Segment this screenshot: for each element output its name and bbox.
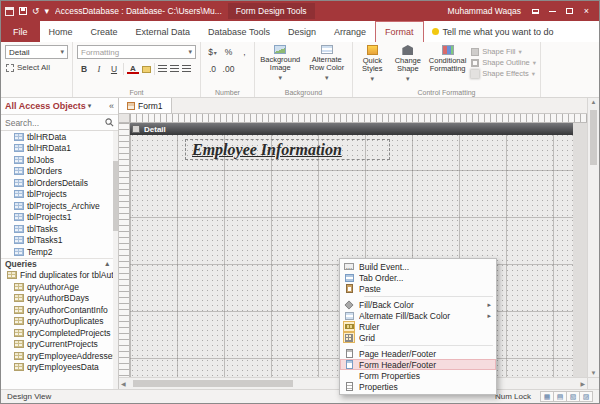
tab-home[interactable]: Home <box>40 21 82 42</box>
nav-item-table[interactable]: tblProjects_Archive <box>1 200 113 212</box>
currency-format-button[interactable]: $▾ <box>206 46 219 58</box>
form-selector-corner[interactable] <box>119 114 130 123</box>
nav-scrollbar[interactable] <box>113 131 118 389</box>
minimize-button[interactable] <box>544 3 561 19</box>
vertical-scrollbar[interactable]: ▲ ▼ <box>587 98 599 377</box>
nav-item-table[interactable]: tblProjects <box>1 189 113 201</box>
section-selector-combo[interactable]: Detail ▾ <box>5 45 68 59</box>
nav-item-query[interactable]: qryCurrentProjects <box>1 339 113 351</box>
shutter-bar-close-icon[interactable]: « <box>109 101 114 111</box>
align-center-button[interactable] <box>170 65 179 73</box>
form-view-button[interactable]: ▦ <box>540 391 554 402</box>
bold-button[interactable]: B <box>78 63 90 75</box>
close-button[interactable]: × <box>578 3 595 19</box>
align-left-button[interactable] <box>158 65 167 73</box>
decrease-decimals-button[interactable]: .0 <box>206 63 219 75</box>
nav-item-table[interactable]: tblTasks1 <box>1 235 113 247</box>
font-color-button[interactable]: A <box>127 64 139 74</box>
tell-me-box[interactable]: Tell me what you want to do <box>424 21 562 42</box>
menu-item-ruler[interactable]: Ruler <box>340 321 496 332</box>
shape-outline-button[interactable]: Shape Outline ▾ <box>471 58 536 67</box>
design-view-button[interactable]: ▨ <box>579 391 593 402</box>
shape-effects-button[interactable]: Shape Effects ▾ <box>471 69 536 78</box>
nav-item-query[interactable]: qryEmployeesData <box>1 362 113 374</box>
vertical-ruler[interactable] <box>119 123 130 377</box>
nav-item-table[interactable]: tblOrdersDetails <box>1 177 113 189</box>
document-tab-form1[interactable]: Form1 <box>119 98 172 113</box>
detail-section-bar[interactable]: Detail <box>130 123 573 135</box>
background-image-button[interactable]: Background Image ▾ <box>259 45 302 86</box>
nav-item-query[interactable]: qryAuthorAge <box>1 281 113 293</box>
nav-item-query[interactable]: qryCompletedProjects <box>1 327 113 339</box>
form-title-label-control[interactable]: Employee Information <box>185 139 390 160</box>
italic-button[interactable]: I <box>93 63 105 75</box>
nav-item-table[interactable]: tblJobs <box>1 154 113 166</box>
layout-view-button[interactable]: ▧ <box>566 391 580 402</box>
access-app-icon[interactable] <box>5 7 14 16</box>
search-input[interactable] <box>5 118 103 128</box>
tab-arrange[interactable]: Arrange <box>325 21 375 42</box>
menu-item-form-header-footer[interactable]: Form Header/Footer <box>340 359 496 370</box>
nav-item-query[interactable]: Find duplicates for tblAuthors <box>1 270 113 282</box>
nav-item-table[interactable]: tblOrders <box>1 166 113 178</box>
menu-item-tab-order[interactable]: Tab Order... <box>340 272 496 283</box>
alternate-row-color-button[interactable]: Alternate Row Color ▾ <box>306 45 349 86</box>
increase-decimals-button[interactable]: .00 <box>222 63 235 75</box>
nav-item-table[interactable]: tblHRData <box>1 131 113 143</box>
nav-item-query[interactable]: qryAuthorContantInfo <box>1 304 113 316</box>
align-right-button[interactable] <box>182 65 191 73</box>
ribbon-display-options-button[interactable] <box>527 3 544 19</box>
scroll-up-icon[interactable]: ▲ <box>591 99 597 105</box>
formatting-combo[interactable]: Formatting ▾ <box>77 45 196 59</box>
maximize-button[interactable] <box>561 3 578 19</box>
conditional-formatting-button[interactable]: Conditional Formatting <box>428 45 467 86</box>
scroll-down-icon[interactable]: ▼ <box>591 370 597 376</box>
horizontal-ruler[interactable] <box>130 114 587 123</box>
nav-section-queries[interactable]: Queries ▴ <box>1 258 113 270</box>
nav-item-query[interactable]: qryAuthorDuplicates <box>1 316 113 328</box>
scroll-right-icon[interactable]: ▶ <box>580 380 585 387</box>
nav-item-table[interactable]: tblTasks <box>1 223 113 235</box>
percent-format-button[interactable]: % <box>222 46 235 58</box>
nav-item-table[interactable]: Temp2 <box>1 246 113 258</box>
menu-item-properties[interactable]: Properties <box>340 381 496 392</box>
tab-file[interactable]: File <box>1 21 40 42</box>
menu-item-grid[interactable]: Grid <box>340 332 496 343</box>
section-selector-icon[interactable] <box>132 125 140 133</box>
tab-external-data[interactable]: External Data <box>127 21 200 42</box>
underline-button[interactable]: U <box>108 63 120 75</box>
navigation-pane: All Access Objects ▾ « tblHRData tblHRDa… <box>1 98 119 389</box>
nav-scrollbar-thumb[interactable] <box>113 161 118 231</box>
tab-design[interactable]: Design <box>279 21 325 42</box>
menu-item-form-properties[interactable]: Form Properties <box>340 370 496 381</box>
menu-item-build-event[interactable]: … Build Event... <box>340 261 496 272</box>
datasheet-view-button[interactable]: ▤ <box>553 391 567 402</box>
vertical-scroll-thumb[interactable] <box>590 110 597 165</box>
fill-color-button[interactable] <box>142 66 151 73</box>
scroll-left-icon[interactable]: ◀ <box>121 380 126 387</box>
table-icon <box>14 179 24 187</box>
tab-format[interactable]: Format <box>375 21 424 42</box>
change-shape-button[interactable]: Change Shape ▾ <box>392 45 424 86</box>
menu-item-fill-back-color[interactable]: Fill/Back Color ▸ <box>340 299 496 310</box>
menu-item-page-header-footer[interactable]: Page Header/Footer <box>340 348 496 359</box>
quick-styles-button[interactable]: Quick Styles ▾ <box>357 45 388 86</box>
horizontal-scroll-thumb[interactable] <box>133 380 293 387</box>
nav-item-query[interactable]: qryEmployeeAddresses <box>1 350 113 362</box>
save-icon[interactable] <box>19 7 27 15</box>
comma-format-button[interactable]: , <box>238 46 251 58</box>
nav-item-table[interactable]: tblHRData1 <box>1 143 113 155</box>
menu-item-paste[interactable]: Paste <box>340 283 496 294</box>
tab-create[interactable]: Create <box>82 21 127 42</box>
qat-dropdown-icon[interactable]: ▾ <box>45 7 50 16</box>
nav-pane-header[interactable]: All Access Objects ▾ « <box>1 98 118 115</box>
shape-fill-button[interactable]: Shape Fill ▾ <box>471 47 536 56</box>
table-icon <box>14 213 24 221</box>
undo-icon[interactable]: ↺ <box>32 7 40 16</box>
tab-database-tools[interactable]: Database Tools <box>199 21 279 42</box>
nav-item-table[interactable]: tblProjects1 <box>1 212 113 224</box>
menu-item-alternate-fill-back-color[interactable]: Alternate Fill/Back Color ▸ <box>340 310 496 321</box>
select-all-button[interactable]: Select All <box>5 62 68 73</box>
nav-item-query[interactable]: qryAuthorBDays <box>1 293 113 305</box>
user-name[interactable]: Muhammad Waqas <box>448 6 521 16</box>
